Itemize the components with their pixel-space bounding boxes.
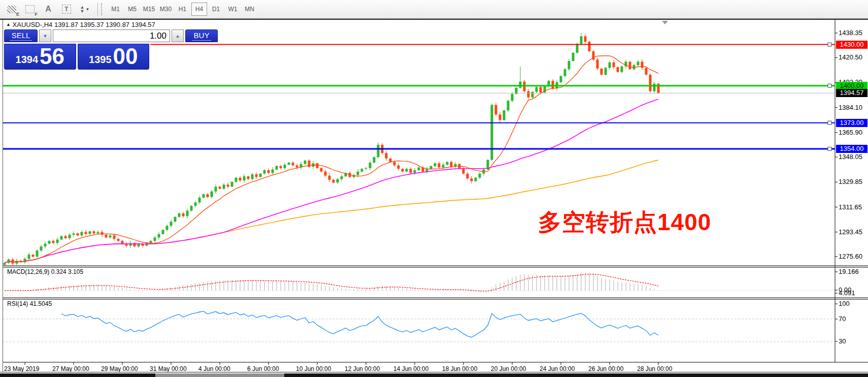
chart-title: ▲ XAUUSD-,H4 1391.87 1395.37 1390.87 139… (6, 21, 155, 28)
volume-input[interactable] (53, 29, 170, 42)
macd-axis-label: 19.166 (839, 268, 859, 275)
window-bottom-border (0, 372, 868, 372)
price-axis-label: 1365.90 (839, 129, 862, 136)
buy-button[interactable]: BUY (185, 29, 218, 42)
rsi-axis-label: 70 (839, 315, 846, 323)
collapse-arrow-icon[interactable]: ▲ (6, 22, 11, 27)
macd-axis-label: 4.091 (839, 289, 855, 297)
price-level-badge: 1373.00 (836, 119, 867, 127)
volume-decrease-button[interactable]: ▼ (39, 29, 51, 42)
price-axis-label: 1438.35 (839, 29, 862, 37)
price-axis-label: 1311.65 (839, 203, 862, 211)
time-axis-label: 14 Jun 00:00 (393, 365, 428, 372)
time-axis-label: 24 Jun 00:00 (540, 365, 575, 372)
rsi-label: RSI(14) 41.5045 (7, 300, 52, 307)
trading-terminal: E F A T ▲▼ ▼ M1M5M15M30H1H4D1W1MN ▲ XAUU… (0, 0, 868, 377)
price-level-badge: 1354.00 (836, 145, 867, 153)
ask-price[interactable]: 1395 00 (78, 44, 150, 70)
price-axis-label: 1420.50 (839, 53, 862, 61)
rsi-axis-label: 30 (839, 337, 846, 345)
time-axis-label: 31 May 00:00 (150, 365, 187, 372)
time-axis-label: 20 Jun 00:00 (491, 365, 526, 372)
time-axis-label: 18 Jun 00:00 (442, 365, 477, 372)
time-axis-label: 29 May 00:00 (101, 365, 138, 372)
time-axis-label: 27 May 00:00 (52, 365, 89, 372)
bid-price[interactable]: 1394 56 (4, 44, 76, 70)
time-axis-label: 6 Jun 00:00 (247, 365, 279, 372)
price-axis-label: 1329.85 (839, 178, 862, 185)
current-price-badge: 1394.57 (836, 89, 867, 97)
time-axis-label: 10 Jun 00:00 (296, 365, 331, 372)
price-axis-label: 1275.60 (839, 253, 862, 260)
chart-frame-left (3, 20, 3, 372)
taskbar-edge (0, 373, 868, 377)
chart-text-annotation[interactable]: 多空转折点1400 (538, 207, 711, 238)
price-axis-label: 1348.05 (839, 153, 862, 161)
time-axis-label: 28 Jun 00:00 (637, 365, 672, 372)
one-click-trade-panel: SELL ▼ ▲ BUY 1394 56 1395 00 (3, 28, 150, 71)
time-axis-label: 4 Jun 00:00 (198, 365, 230, 372)
price-axis-label: 1293.45 (839, 228, 862, 236)
time-axis-label: 23 May 2019 (4, 365, 39, 372)
price-level-badge: 1400.00 (836, 82, 867, 90)
price-axis-label: 1384.10 (839, 104, 862, 111)
price-level-badge: 1430.00 (836, 41, 867, 49)
volume-increase-button[interactable]: ▲ (172, 29, 184, 42)
time-axis-label: 26 Jun 00:00 (588, 365, 623, 372)
sell-button[interactable]: SELL (4, 29, 38, 42)
symbol-ohlc-text: XAUUSD-,H4 1391.87 1395.37 1390.87 1394.… (13, 21, 155, 28)
macd-label: MACD(12,26,9) 0.324 3.105 (7, 268, 83, 275)
rsi-axis-label: 100 (839, 300, 850, 307)
time-axis-label: 12 Jun 00:00 (345, 365, 380, 372)
chart-window: ▲ XAUUSD-,H4 1391.87 1395.37 1390.87 139… (0, 20, 868, 373)
